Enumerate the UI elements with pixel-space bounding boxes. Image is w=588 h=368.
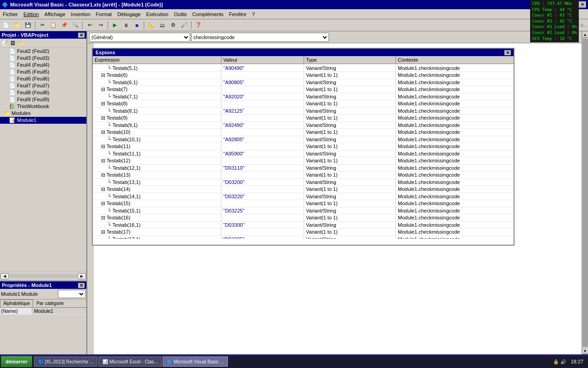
watch-cell-ctx: Module1.checkmissingcode [396,207,514,214]
proj-tb-folder[interactable]: 📁 [17,39,25,47]
tree-item-feuil7[interactable]: 📄 Feuil7 (Feuil7) [0,82,86,89]
watch-cell-expr: └ Testab(9,1) [93,122,221,128]
col-valeur[interactable]: Valeur [221,56,304,63]
menu-affichage[interactable]: Affichage [42,11,68,18]
menu-insertion[interactable]: Insertion [68,11,93,18]
menu-format[interactable]: Format [93,11,115,18]
watch-row[interactable]: ⊟ Testab(14)Variant(1 to 1)Module1.check… [93,186,514,193]
scroll-up[interactable]: ▲ [582,31,588,38]
toolbar-btn-pause[interactable]: ⏸ [121,20,131,30]
watch-table-body: ⊟ TestabVariant/Variant(1 to 252, 1 to 1… [93,64,514,239]
watch-row[interactable]: ⊟ Testab(12)Variant(1 to 1)Module1.check… [93,157,514,165]
prop-name-value: Module1 [32,308,55,314]
watch-row[interactable]: └ Testab(13,1)"D03200"Variant/StringModu… [93,179,514,186]
module-type-select[interactable] [58,290,85,298]
watch-row[interactable]: └ Testab(11,1)"A95900"Variant/StringModu… [93,150,514,157]
proj-tb-view-object[interactable]: 🖼 [9,39,17,47]
watch-close-button[interactable]: ✕ [504,50,511,55]
toolbar-btn-run[interactable]: ▶ [110,20,120,30]
watch-row[interactable]: └ Testab(8,1)"A92125"Variant/StringModul… [93,108,514,115]
watch-row[interactable]: └ Testab(9,1)"A92490"Variant/StringModul… [93,122,514,129]
watch-row[interactable]: └ Testab(7,1)"A92020"Variant/StringModul… [93,93,514,100]
watch-cell-expr: └ Testab(10,1) [93,136,221,143]
watch-row[interactable]: └ Testab(14,1)"D03220"Variant/StringModu… [93,193,514,200]
tree-item-feuil6[interactable]: 📄 Feuil6 (Feuil6) [0,75,86,82]
scroll-thumb[interactable] [582,39,588,347]
watch-row[interactable]: └ Testab(6,1)"A90805"Variant/StringModul… [93,79,514,86]
tab-alphabetique[interactable]: Alphabétique [0,299,33,307]
menu-edition[interactable]: Edition [21,11,42,18]
toolbar-btn-stop[interactable]: ■ [132,20,142,30]
watch-row[interactable]: ⊟ Testab(17)Variant(1 to 1)Module1.check… [93,229,514,236]
tree-item-thisworkbook[interactable]: 📗 ThisWorkbook [0,103,86,110]
watch-row[interactable]: ⊟ Testab(6)Variant(1 to 1)Module1.checkm… [93,72,514,79]
watch-row[interactable]: ⊟ Testab(7)Variant(1 to 1)Module1.checkm… [93,86,514,93]
watch-row[interactable]: └ Testab(5,1)"A90490"Variant/StringModul… [93,65,514,72]
project-panel-close[interactable]: ✕ [78,33,85,38]
col-type[interactable]: Type [304,56,396,63]
taskbar-item-vba[interactable]: 🔷 Microsoft Visual Basic ... [163,356,228,367]
close-button[interactable]: ✕ [579,1,586,8]
watch-cell-ctx: Module1.checkmissingcode [396,150,514,157]
menu-outils[interactable]: Outils [171,11,189,18]
watch-cell-type: Variant(1 to 1) [304,172,396,178]
tree-item-module1[interactable]: 📝 Module1 [0,117,86,124]
taskbar-item-recherche[interactable]: 🔵 [XL-2013] Recherche ... [34,356,98,367]
tree-item-feuil8[interactable]: 📄 Feuil8 (Feuil8) [0,89,86,96]
toolbar-btn-obj-browser[interactable]: 🔎 [179,20,189,30]
scroll-right[interactable]: ▶ [78,273,86,279]
tree-item-feuil2[interactable]: 📄 Feuil2 (Feuil2) [0,48,86,55]
toolbar-btn-paste[interactable]: 📌 [59,20,69,30]
watch-title-bar[interactable]: Espions ✕ [93,49,514,56]
menu-complements[interactable]: Compléments [190,11,226,18]
toolbar-btn-copy[interactable]: 📋 [48,20,58,30]
start-button[interactable]: démarrer [1,356,32,367]
taskbar-item-excel[interactable]: 📊 Microsoft Excel - Clas... [98,356,162,367]
toolbar-btn-redo[interactable]: ↪ [96,20,106,30]
right-scrollbar[interactable]: ▲ ▼ [582,31,588,354]
menu-fenetre[interactable]: Fenêtre [226,11,249,18]
col-contexte[interactable]: Contexte [396,56,514,63]
toolbar-btn-undo[interactable]: ↩ [85,20,95,30]
general-select[interactable]: (Général) [89,33,190,42]
toolbar-btn-new[interactable]: 📄 [1,20,11,30]
scroll-left[interactable]: ◀ [0,273,9,279]
menu-execution[interactable]: Exécution [143,11,171,18]
toolbar-btn-cut[interactable]: ✂ [37,20,47,30]
toolbar-btn-props[interactable]: ⚙ [168,20,178,30]
watch-row[interactable]: └ Testab(17,1)"D03305"Variant/StringModu… [93,236,514,239]
props-panel-close[interactable]: ✕ [78,283,85,288]
watch-cell-val: "D03200" [221,179,304,185]
col-expression[interactable]: Expression [93,56,221,63]
title-text: Microsoft Visual Basic - Classeur1.xls [… [10,2,560,7]
menu-debogage[interactable]: Débogage [114,11,143,18]
toolbar-btn-find[interactable]: 🔍 [70,20,80,30]
watch-row[interactable]: └ Testab(16,1)"D03300"Variant/StringModu… [93,222,514,229]
watch-row[interactable]: └ Testab(10,1)"A92805"Variant/StringModu… [93,136,514,143]
checkmissing-select[interactable]: checkmissingcode [191,33,329,42]
tree-item-feuil3[interactable]: 📄 Feuil3 (Feuil3) [0,55,86,62]
menu-fichier[interactable]: Fichier [0,11,21,18]
watch-row[interactable]: ⊟ Testab(13)Variant(1 to 1)Module1.check… [93,172,514,179]
menu-help[interactable]: ? [249,11,257,18]
toolbar-btn-explorer[interactable]: 🗂 [157,20,167,30]
tab-par-categorie[interactable]: Par catégorie [33,299,67,307]
scroll-down[interactable]: ▼ [582,348,588,354]
toolbar-btn-design[interactable]: 📐 [146,20,156,30]
toolbar-btn-open[interactable]: 📁 [12,20,22,30]
tree-item-modules[interactable]: 📁 Modules [0,110,86,117]
proj-tb-view-code[interactable]: 📝 [0,39,9,47]
toolbar-btn-help[interactable]: ❓ [193,20,204,30]
toolbar-btn-save[interactable]: 💾 [23,20,33,30]
watch-row[interactable]: └ Testab(15,1)"D03225"Variant/StringModu… [93,207,514,214]
tree-item-feuil9[interactable]: 📄 Feuil9 (Feuil9) [0,96,86,103]
watch-row[interactable]: ⊟ Testab(11)Variant(1 to 1)Module1.check… [93,143,514,150]
watch-row[interactable]: ⊟ Testab(9)Variant(1 to 1)Module1.checkm… [93,115,514,122]
watch-row[interactable]: ⊟ Testab(16)Variant(1 to 1)Module1.check… [93,214,514,222]
watch-row[interactable]: ⊟ Testab(8)Variant(1 to 1)Module1.checkm… [93,100,514,108]
watch-row[interactable]: ⊟ Testab(15)Variant(1 to 1)Module1.check… [93,200,514,207]
watch-row[interactable]: └ Testab(12,1)"D03110"Variant/StringModu… [93,165,514,172]
tree-item-feuil5[interactable]: 📄 Feuil5 (Feuil5) [0,69,86,75]
watch-row[interactable]: ⊟ Testab(10)Variant(1 to 1)Module1.check… [93,129,514,136]
tree-item-feuil4[interactable]: 📄 Feuil4 (Feuil4) [0,62,86,69]
